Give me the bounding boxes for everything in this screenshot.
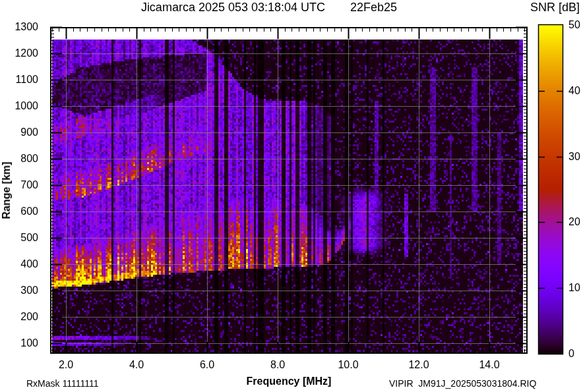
ionogram-heatmap-canvas — [0, 0, 583, 392]
y-tick-label: 200 — [0, 311, 38, 323]
colorbar-tick-label: 50 — [568, 19, 580, 31]
x-tick-label: 8.0 — [258, 359, 297, 371]
y-tick-label: 800 — [0, 153, 38, 165]
x-tick-label: 4.0 — [117, 359, 156, 371]
ionogram-window: Jicamarca 2025 053 03:18:04 UTC22Feb25 S… — [0, 0, 583, 392]
x-tick-label: 14.0 — [470, 359, 509, 371]
rx-mask-label: RxMask 11111111 — [26, 378, 98, 389]
y-tick-label: 900 — [0, 126, 38, 138]
colorbar-tick-label: 20 — [568, 216, 580, 228]
y-tick-label: 1100 — [0, 74, 38, 86]
colorbar-tick-label: 40 — [568, 85, 580, 97]
y-tick-label: 1200 — [0, 47, 38, 59]
colorbar-tick-label: 0 — [568, 348, 574, 360]
y-tick-label: 500 — [0, 232, 38, 244]
title-station-time: Jicamarca 2025 053 03:18:04 UTC — [141, 1, 325, 14]
y-tick-label: 100 — [0, 337, 38, 349]
y-tick-label: 400 — [0, 258, 38, 270]
y-tick-label: 1300 — [0, 21, 38, 33]
x-tick-label: 2.0 — [46, 359, 86, 371]
colorbar-title: SNR [dB] — [530, 1, 580, 14]
colorbar-tick-label: 30 — [568, 151, 580, 163]
y-tick-label: 300 — [0, 285, 38, 296]
y-tick-label: 700 — [0, 179, 38, 191]
y-tick-label: 1000 — [0, 100, 38, 112]
x-tick-label: 6.0 — [187, 359, 227, 371]
x-tick-label: 12.0 — [399, 359, 439, 371]
y-tick-label: 600 — [0, 206, 38, 217]
title-date: 22Feb25 — [350, 1, 397, 14]
x-tick-label: 10.0 — [328, 359, 368, 371]
page-title: Jicamarca 2025 053 03:18:04 UTC22Feb25 — [0, 1, 538, 14]
data-file-label: VIPIR JM91J_2025053031804.RIQ — [389, 378, 536, 389]
colorbar-tick-label: 10 — [568, 282, 580, 294]
